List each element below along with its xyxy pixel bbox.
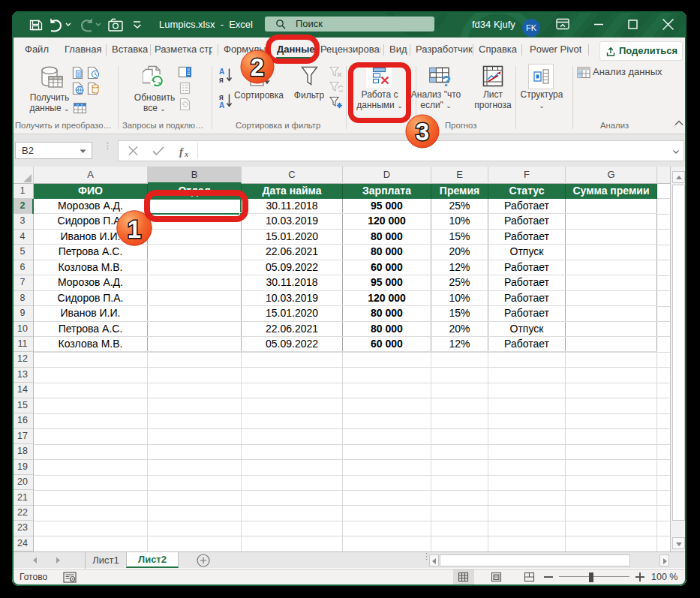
svg-text:А: А bbox=[219, 101, 224, 110]
svg-text:1: 1 bbox=[128, 215, 141, 242]
svg-text:я: я bbox=[219, 76, 224, 84]
svg-text:А: А bbox=[219, 68, 224, 76]
svg-text:я: я bbox=[219, 93, 224, 101]
svg-text:?: ? bbox=[442, 72, 452, 88]
svg-text:x: x bbox=[184, 150, 188, 158]
svg-text:2: 2 bbox=[251, 53, 264, 81]
svg-text:3: 3 bbox=[415, 118, 428, 146]
svg-text:f: f bbox=[179, 146, 185, 158]
